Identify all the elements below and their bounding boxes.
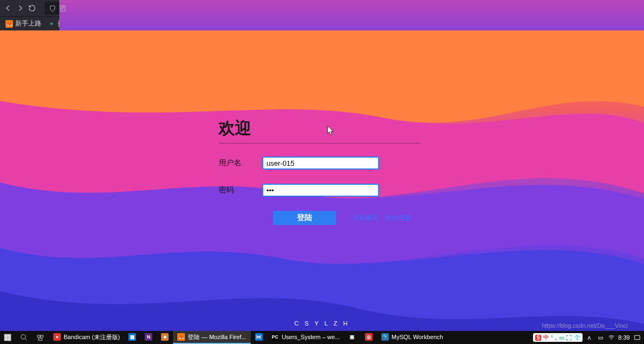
taskbar-search-icon[interactable] (16, 331, 32, 344)
taskbar-app[interactable]: ■ (157, 331, 173, 344)
tracking-protection-icon (49, 5, 56, 12)
start-button[interactable] (0, 331, 15, 344)
password-label: 密码 (219, 185, 251, 195)
taskbar-app[interactable]: ▦ (124, 331, 140, 344)
svg-rect-0 (60, 5, 65, 11)
taskbar-app[interactable]: 🦊登陆 — Mozilla Firef... (173, 331, 251, 344)
address-bar[interactable]: ⊸ localhost:8080/Users_System_war_explod… (45, 2, 644, 15)
app-icon: 🐬 (381, 333, 389, 341)
svg-rect-15 (41, 335, 44, 337)
app-icon: ▦ (128, 333, 136, 341)
app-icon: N (145, 333, 152, 341)
password-input[interactable] (262, 184, 379, 197)
svg-rect-9 (4, 334, 7, 337)
svg-rect-11 (4, 338, 7, 341)
page-content: 欢迎 用户名 密码 登陆 没有账号，前往注册 C S Y L Z H https… (0, 30, 644, 331)
divider (219, 143, 420, 143)
windows-taskbar: ●Bandicam (未注册版)▦N■🦊登陆 — Mozilla Firef..… (0, 331, 644, 344)
taskbar-app-label: Users_System – we... (282, 334, 340, 340)
taskbar-app[interactable]: 🐬MySQL Workbench (377, 331, 448, 344)
login-title: 欢迎 (219, 117, 425, 140)
footer-text: C S Y L Z H (294, 320, 350, 327)
app-icon: 🦊 (177, 333, 185, 341)
taskbar-app-label: Bandicam (未注册版) (64, 333, 120, 341)
wifi-icon[interactable] (608, 334, 615, 341)
svg-rect-16 (39, 339, 42, 341)
taskbar-app[interactable]: ⋈ (251, 331, 267, 344)
watermark: https://blog.csdn.net/Da___Vinci (542, 322, 628, 329)
svg-rect-14 (38, 335, 40, 337)
notification-icon[interactable] (633, 334, 641, 341)
system-tray: S 中 °, ▭ ⛶ 👕 ᴧ ▭ 8:39 (533, 333, 641, 342)
taskbar-app-label: MySQL Workbench (392, 334, 443, 340)
taskbar-app[interactable]: ●Bandicam (未注册版) (49, 331, 124, 344)
browser-nav-bar: ⊸ localhost:8080/Users_System_war_explod… (0, 0, 644, 16)
svg-rect-10 (8, 334, 11, 337)
register-link[interactable]: 没有账号，前往注册 (352, 214, 411, 223)
app-icon: ⋈ (255, 333, 263, 341)
bookmark-item[interactable]: 🦊新手上路 (3, 18, 44, 29)
svg-rect-12 (8, 338, 11, 341)
taskbar-app[interactable]: ▣ (344, 331, 361, 344)
login-button[interactable]: 登陆 (273, 211, 336, 225)
task-view-icon[interactable] (33, 331, 48, 344)
app-icon: PC (271, 333, 279, 341)
app-icon: ● (53, 333, 61, 341)
svg-rect-18 (634, 335, 640, 340)
ime-badge[interactable]: S 中 °, ▭ ⛶ 👕 (533, 333, 582, 342)
tray-chevron-icon[interactable]: ᴧ (586, 334, 593, 341)
username-label: 用户名 (219, 158, 251, 168)
reload-button[interactable] (28, 2, 36, 14)
taskbar-app[interactable]: N (140, 331, 157, 344)
bookmark-label: 新手上路 (15, 19, 41, 28)
taskbar-app[interactable]: ◎ (361, 331, 377, 344)
app-icon: ■ (161, 333, 169, 341)
clock[interactable]: 8:39 (618, 334, 630, 341)
forward-button[interactable] (16, 2, 24, 14)
back-button[interactable] (4, 2, 12, 14)
taskbar-app-label: 登陆 — Mozilla Firef... (188, 333, 246, 341)
taskbar-app[interactable]: PCUsers_System – we... (267, 331, 344, 344)
app-icon: ▣ (349, 333, 356, 341)
battery-icon[interactable]: ▭ (597, 334, 604, 341)
login-form: 欢迎 用户名 密码 登陆 没有账号，前往注册 (219, 117, 425, 225)
svg-point-13 (21, 335, 26, 339)
svg-point-17 (611, 339, 612, 340)
app-icon: ◎ (365, 333, 373, 341)
username-input[interactable] (262, 157, 379, 170)
